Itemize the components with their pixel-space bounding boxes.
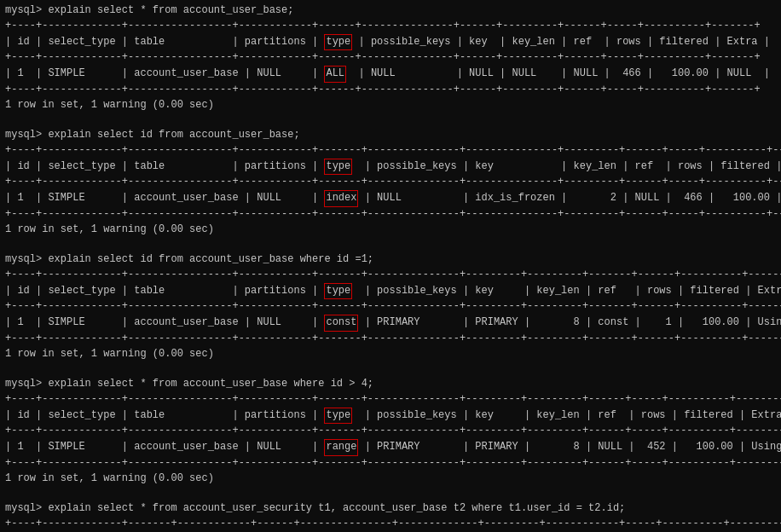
separator-4-top: +----+-------------+-----------------+--… [5,393,781,405]
type-value-2: index [324,190,358,207]
type-header-1: type [324,34,352,51]
prompt-1: mysql> explain select * from account_use… [5,4,293,16]
separator-4-bot: +----+-------------+-----------------+--… [5,457,781,469]
separator-5-top: +----+-------------+-------+------------… [5,518,781,529]
prompt-2: mysql> explain select id from account_us… [5,129,300,141]
header-1: | id | select_type | table | partitions … [5,36,770,48]
separator-4-mid: +----+-------------+-----------------+--… [5,425,781,437]
terminal: mysql> explain select * from account_use… [0,0,781,532]
header-2: | id | select_type | table | partitions … [5,160,781,172]
separator-1-bot: +----+-------------+-----------------+--… [5,84,761,95]
separator-3-top: +----+-------------+-----------------+--… [5,269,781,280]
separator-1-top: +----+-------------+-----------------+--… [5,20,761,32]
separator-1-mid: +----+-------------+-----------------+--… [5,51,761,63]
separator-3-mid: +----+-------------+-----------------+--… [5,300,781,312]
prompt-3: mysql> explain select id from account_us… [5,253,373,265]
data-row-3: | 1 | SIMPLE | account_user_base | NULL … [5,316,781,328]
separator-2-top: +----+-------------+-----------------+--… [5,144,781,156]
type-value-4: range [324,439,358,456]
header-4: | id | select_type | table | partitions … [5,409,781,421]
summary-3: 1 row in set, 1 warning (0.00 sec) [5,348,214,360]
prompt-4: mysql> explain select * from account_use… [5,378,373,390]
data-row-1: | 1 | SIMPLE | account_user_base | NULL … [5,67,770,79]
data-row-2: | 1 | SIMPLE | account_user_base | NULL … [5,192,781,204]
type-value-1: ALL [324,66,346,83]
data-row-4: | 1 | SIMPLE | account_user_base | NULL … [5,441,781,453]
type-value-3: const [324,315,358,332]
summary-4: 1 row in set, 1 warning (0.00 sec) [5,472,214,484]
separator-2-mid: +----+-------------+-----------------+--… [5,176,781,188]
type-header-3: type [324,283,352,300]
separator-3-bot: +----+-------------+-----------------+--… [5,332,781,344]
type-header-4: type [324,408,352,425]
separator-2-bot: +----+-------------+-----------------+--… [5,208,781,220]
type-header-2: type [324,159,352,176]
prompt-5: mysql> explain select * from account_use… [5,502,625,514]
summary-2: 1 row in set, 1 warning (0.00 sec) [5,223,214,235]
header-3: | id | select_type | table | partitions … [5,285,781,297]
summary-1: 1 row in set, 1 warning (0.00 sec) [5,99,214,111]
